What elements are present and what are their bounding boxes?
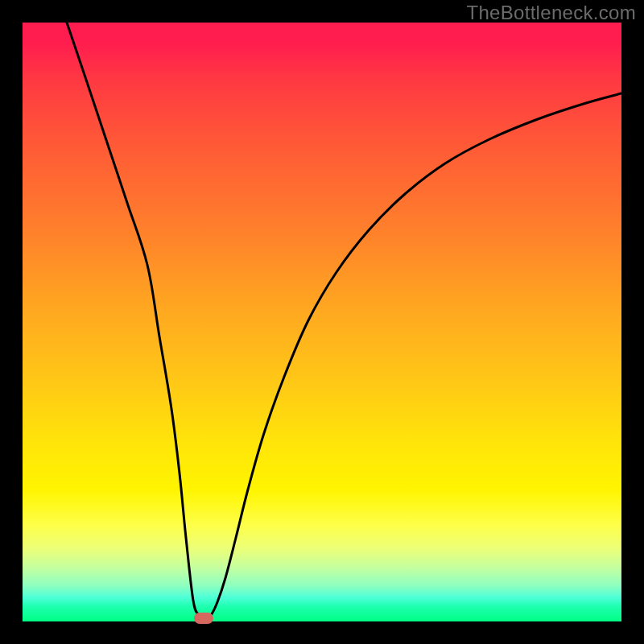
- bottleneck-curve: [23, 23, 621, 621]
- chart-frame: TheBottleneck.com: [0, 0, 644, 644]
- optimal-point-marker: [194, 613, 213, 624]
- watermark-text: TheBottleneck.com: [466, 2, 636, 24]
- plot-area: [23, 23, 621, 621]
